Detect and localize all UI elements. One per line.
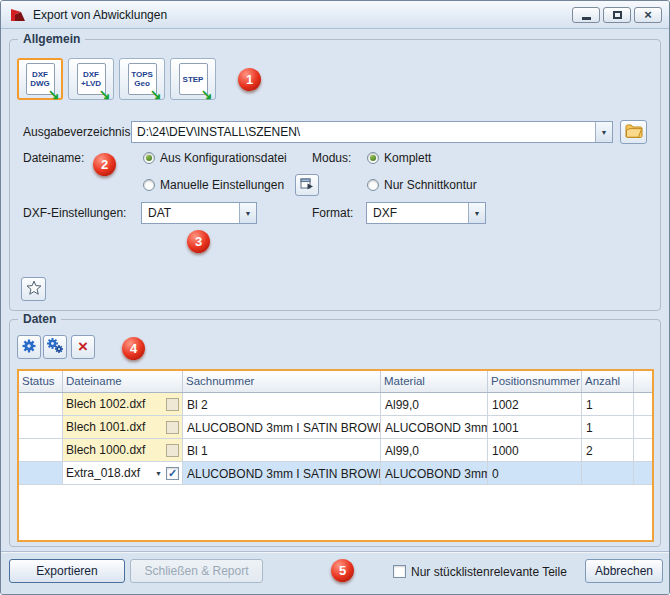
radio-dot-icon [143, 179, 155, 191]
filename-text: Blech 1001.dxf [66, 420, 163, 434]
export-button[interactable]: Exportieren [9, 559, 125, 583]
close-button[interactable]: × [634, 7, 662, 23]
export-arrow-icon: ↘ [150, 88, 162, 100]
output-dir-label: Ausgabeverzeichnis: [23, 125, 134, 139]
format-button-step[interactable]: STEP ↘ [170, 58, 216, 100]
format-dropdown-button[interactable]: ▼ [468, 203, 485, 223]
cell-filler [634, 439, 652, 461]
format-value: DXF [367, 203, 468, 223]
manual-settings-button[interactable] [295, 174, 319, 196]
radio-label: Manuelle Einstellungen [160, 178, 284, 192]
row-checkbox[interactable]: ✓ [166, 467, 179, 480]
close-report-button[interactable]: Schließen & Report [130, 559, 263, 583]
output-dir-input[interactable] [132, 122, 595, 142]
table-row[interactable]: Blech 1002.dxf ✓ Bl 2 Al99,0 1002 1 [19, 393, 652, 416]
delete-icon: × [78, 339, 88, 355]
cell-dateiname[interactable]: Extra_018.dxf ▼ ✓ [63, 462, 183, 484]
filename-dropdown-arrow-icon[interactable]: ▼ [154, 470, 163, 477]
cell-anzahl: 2 [582, 439, 634, 461]
dxf-einstellungen-label: DXF-Einstellungen: [23, 206, 126, 220]
column-header-anzahl[interactable]: Anzahl [582, 371, 634, 392]
annotation-badge-1: 1 [238, 68, 261, 91]
export-parts-table: Status Dateiname Sachnummer Material Pos… [17, 369, 654, 542]
delete-row-button[interactable]: × [71, 335, 95, 359]
dialog-body: Allgemein DXF DWG ↘ DXF +LVD ↘ TOPS [1, 29, 669, 551]
group-allgemein-title: Allgemein [18, 32, 85, 47]
radio-label: Nur Schnittkontur [384, 178, 477, 192]
output-dir-dropdown-button[interactable]: ▼ [595, 122, 612, 142]
cell-filler [634, 393, 652, 415]
export-dialog: Export von Abwicklungen × Allgemein DXF … [0, 0, 670, 595]
cell-status [19, 439, 63, 461]
tops-geo-document-icon: TOPS Geo ↘ [128, 63, 157, 95]
radio-label: Aus Konfigurationsdatei [160, 151, 287, 165]
row-checkbox[interactable]: ✓ [166, 444, 179, 457]
dxf-dwg-document-icon: DXF DWG ↘ [26, 63, 55, 95]
radio-manuelle-einstellungen[interactable]: Manuelle Einstellungen [143, 178, 284, 192]
maximize-icon [613, 11, 622, 19]
table-row[interactable]: Extra_018.dxf ▼ ✓ ALUCOBOND 3mm I SATIN … [19, 462, 652, 485]
filename-text: Extra_018.dxf [66, 466, 151, 480]
column-header-status[interactable]: Status [19, 371, 63, 392]
dxf-einstellungen-value: DAT [142, 203, 239, 223]
format-button-dxf-dwg[interactable]: DXF DWG ↘ [17, 58, 63, 100]
app-logo-icon [8, 6, 27, 23]
cell-sachnummer: Bl 2 [183, 393, 381, 415]
radio-komplett[interactable]: Komplett [367, 151, 431, 165]
favorite-button[interactable] [21, 277, 46, 301]
format-combobox[interactable]: DXF ▼ [366, 202, 486, 224]
dxf-lvd-document-icon: DXF +LVD ↘ [77, 63, 106, 95]
output-dir-combobox[interactable]: ▼ [131, 121, 613, 143]
cell-positionsnummer: 1001 [488, 416, 582, 438]
radio-dot-icon [143, 152, 155, 164]
column-header-material[interactable]: Material [381, 371, 488, 392]
table-row[interactable]: Blech 1000.dxf ✓ Bl 1 Al99,0 1000 2 [19, 439, 652, 462]
dxf-einstellungen-combobox[interactable]: DAT ▼ [141, 202, 257, 224]
browse-folder-button[interactable] [620, 120, 647, 144]
format-button-tops-geo[interactable]: TOPS Geo ↘ [119, 58, 165, 100]
radio-dot-icon [367, 152, 379, 164]
row-settings-button[interactable] [17, 335, 41, 359]
column-header-filler [634, 371, 652, 392]
cell-anzahl [582, 462, 634, 484]
row-checkbox[interactable]: ✓ [166, 421, 179, 434]
window-title: Export von Abwicklungen [33, 8, 167, 22]
export-arrow-icon: ↘ [99, 88, 111, 100]
cell-filler [634, 416, 652, 438]
minimize-icon [582, 17, 591, 20]
cell-filler [634, 462, 652, 484]
annotation-badge-5: 5 [331, 559, 354, 582]
column-header-sachnummer[interactable]: Sachnummer [183, 371, 381, 392]
cell-material: ALUCOBOND 3mm [381, 416, 488, 438]
annotation-badge-2: 2 [93, 153, 116, 176]
maximize-button[interactable] [603, 7, 631, 23]
parts-checkbox[interactable]: ✓ [393, 565, 406, 578]
cell-positionsnummer: 1000 [488, 439, 582, 461]
cell-sachnummer: ALUCOBOND 3mm I SATIN BROWN [183, 416, 381, 438]
row-checkbox[interactable]: ✓ [166, 398, 179, 411]
cell-material: Al99,0 [381, 393, 488, 415]
format-button-dxf-lvd[interactable]: DXF +LVD ↘ [68, 58, 114, 100]
titlebar[interactable]: Export von Abwicklungen × [1, 1, 669, 29]
chevron-down-icon: ▼ [245, 210, 252, 217]
open-settings-dialog-icon [300, 178, 314, 193]
minimize-button[interactable] [572, 7, 600, 23]
column-header-positionsnummer[interactable]: Positionsnummer [488, 371, 582, 392]
step-document-icon: STEP ↘ [179, 63, 208, 95]
radio-aus-konfigurationsdatei[interactable]: Aus Konfigurationsdatei [143, 151, 287, 165]
cell-dateiname[interactable]: Blech 1001.dxf ✓ [63, 416, 183, 438]
all-rows-settings-button[interactable] [43, 335, 67, 359]
folder-icon [625, 124, 643, 141]
star-icon [26, 280, 42, 298]
group-daten-title: Daten [18, 312, 61, 327]
cancel-button[interactable]: Abbrechen [585, 559, 663, 583]
cell-dateiname[interactable]: Blech 1002.dxf ✓ [63, 393, 183, 415]
cell-dateiname[interactable]: Blech 1000.dxf ✓ [63, 439, 183, 461]
table-row[interactable]: Blech 1001.dxf ✓ ALUCOBOND 3mm I SATIN B… [19, 416, 652, 439]
export-arrow-icon: ↘ [48, 88, 60, 100]
radio-nur-schnittkontur[interactable]: Nur Schnittkontur [367, 178, 477, 192]
dxf-einstellungen-dropdown-button[interactable]: ▼ [239, 203, 256, 223]
gear-icon [21, 338, 37, 357]
column-header-dateiname[interactable]: Dateiname [63, 371, 183, 392]
cell-sachnummer: Bl 1 [183, 439, 381, 461]
